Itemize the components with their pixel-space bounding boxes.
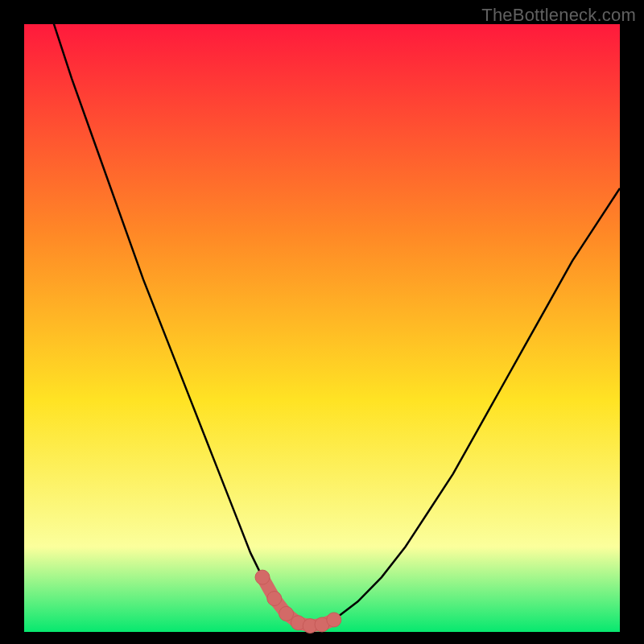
optimum-point [255, 570, 270, 584]
optimum-point [279, 606, 294, 621]
chart-frame: TheBottleneck.com [0, 0, 644, 644]
plot-background [24, 24, 620, 632]
optimum-point [327, 613, 341, 627]
bottleneck-chart [0, 0, 644, 644]
watermark: TheBottleneck.com [481, 5, 636, 26]
optimum-point [267, 592, 282, 606]
